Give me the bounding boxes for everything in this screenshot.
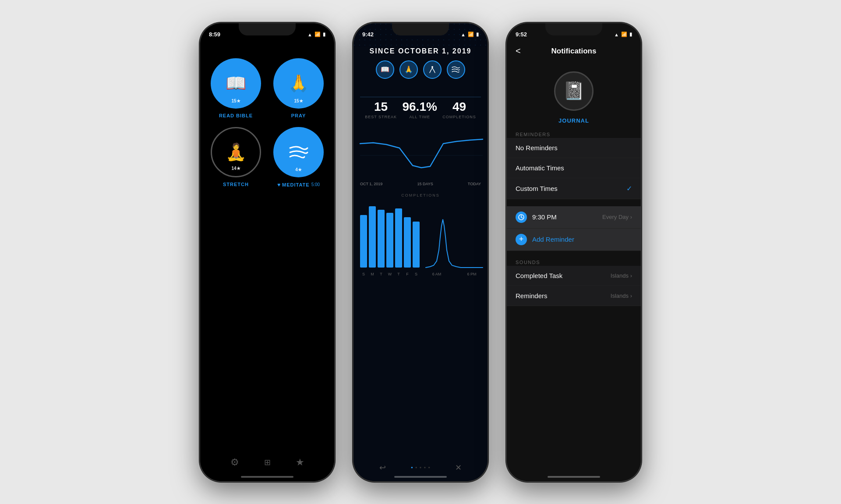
- settings-icon[interactable]: ⚙: [230, 457, 239, 468]
- time-value: 9:30 PM: [532, 213, 597, 221]
- time-entry-row[interactable]: 9:30 PM Every Day ›: [507, 206, 641, 229]
- favorites-icon[interactable]: ★: [296, 457, 304, 468]
- stats-header: SINCE OCTOBER 1, 2019 📖 🙏: [353, 47, 488, 79]
- wifi-icon-2: 📶: [468, 32, 474, 37]
- stretch-stars: 14★: [231, 166, 240, 171]
- journal-icon-container: 📓: [554, 71, 594, 111]
- reminders-sound-row[interactable]: Reminders Islands ›: [507, 286, 641, 306]
- svg-line-26: [521, 217, 523, 218]
- home-indicator-1: [241, 476, 293, 478]
- page-dots: ● ● ● ● ●: [411, 465, 430, 469]
- task-pray[interactable]: 🙏 15★ PRAY: [272, 58, 325, 118]
- no-reminders-label: No Reminders: [516, 144, 558, 152]
- completions-value: 49: [442, 100, 476, 114]
- notch-1: [239, 23, 296, 35]
- custom-times-row[interactable]: Custom Times ✓: [507, 178, 641, 199]
- reminders-sound-label: Reminders: [516, 292, 548, 300]
- sounds-list: Completed Task Islands › Reminders Islan…: [507, 266, 641, 306]
- stretch-label: STRETCH: [223, 182, 249, 187]
- stat-completions: 49 COMPLETIONS: [442, 100, 476, 119]
- home-indicator-3: [548, 476, 600, 478]
- svg-text:F: F: [406, 272, 409, 276]
- grid-icon[interactable]: ⊞: [264, 458, 271, 467]
- svg-rect-8: [360, 215, 367, 268]
- task-circle-pray: 🙏 15★: [273, 58, 324, 109]
- stat-icon-bible[interactable]: 📖: [376, 60, 394, 79]
- status-icons-2: ▲ 📶 ▮: [461, 32, 479, 37]
- journal-icon: 📓: [563, 81, 585, 101]
- back-button[interactable]: <: [516, 46, 521, 56]
- pray-stars: 15★: [294, 99, 303, 103]
- svg-text:M: M: [371, 272, 374, 276]
- label-mid: 15 DAYS: [417, 182, 433, 186]
- sounds-section: SOUNDS Completed Task Islands › Reminder…: [507, 260, 641, 306]
- time-1: 8:59: [209, 31, 220, 38]
- close-icon[interactable]: ✕: [455, 463, 462, 472]
- phone-3: 9:52 ▲ 📶 ▮ < Notifications 📓 JOURNAL R: [506, 22, 642, 482]
- svg-rect-14: [413, 222, 420, 268]
- svg-text:6 AM: 6 AM: [432, 272, 442, 276]
- svg-rect-12: [395, 208, 402, 268]
- custom-times-label: Custom Times: [516, 185, 558, 192]
- status-icons-3: ▲ 📶 ▮: [614, 32, 632, 37]
- stretch-icon: 🧘: [226, 142, 246, 162]
- svg-rect-13: [404, 217, 411, 268]
- bible-label: READ BIBLE: [219, 113, 253, 118]
- alltime-desc: ALL TIME: [402, 115, 437, 119]
- streak-desc: BEST STREAK: [365, 115, 397, 119]
- wind-icon: [288, 145, 310, 160]
- svg-text:S: S: [415, 272, 417, 276]
- phone-2: 9:42 ▲ 📶 ▮ SINCE OCTOBER 1, 2019 📖 🙏: [353, 22, 488, 482]
- add-reminder-row[interactable]: + Add Reminder: [507, 229, 641, 251]
- label-end: TODAY: [468, 182, 481, 186]
- stats-divider: [360, 97, 481, 97]
- svg-text:T: T: [397, 272, 400, 276]
- stat-alltime: 96.1% ALL TIME: [402, 100, 437, 119]
- time-3: 9:52: [516, 31, 527, 38]
- automatic-times-row[interactable]: Automatic Times: [507, 158, 641, 178]
- streak-value: 15: [365, 100, 397, 114]
- add-reminder-label: Add Reminder: [532, 236, 574, 243]
- since-date: SINCE OCTOBER 1, 2019: [353, 47, 488, 55]
- task-meditate[interactable]: 4★ ♥ MEDITATE 5:00: [272, 127, 325, 188]
- reminders-section: REMINDERS No Reminders Automatic Times C…: [507, 132, 641, 306]
- time-2: 9:42: [362, 31, 374, 38]
- completed-task-label: Completed Task: [516, 272, 562, 279]
- reminders-list: No Reminders Automatic Times Custom Time…: [507, 138, 641, 199]
- svg-rect-11: [386, 213, 393, 268]
- phone2-screen: 9:42 ▲ 📶 ▮ SINCE OCTOBER 1, 2019 📖 🙏: [353, 23, 488, 481]
- svg-rect-10: [378, 210, 385, 268]
- svg-text:T: T: [380, 272, 382, 276]
- stat-icon-stretch[interactable]: [423, 60, 442, 79]
- bottom-nav-2: ↩ ● ● ● ● ● ✕: [353, 463, 488, 472]
- svg-text:6 PM: 6 PM: [467, 272, 476, 276]
- bottom-bar-1: ⚙ ⊞ ★: [200, 457, 334, 468]
- stat-icon-pray[interactable]: 🙏: [399, 60, 418, 79]
- chart-labels: OCT 1, 2019 15 DAYS TODAY: [360, 182, 481, 186]
- notch-2: [392, 23, 449, 35]
- stat-icon-meditate[interactable]: [447, 60, 465, 79]
- home-indicator-2: [394, 476, 447, 478]
- task-stretch[interactable]: 🧘 14★ STRETCH: [209, 127, 263, 188]
- share-icon[interactable]: ↩: [379, 463, 386, 472]
- notifications-header: < Notifications: [507, 42, 641, 60]
- task-read-bible[interactable]: 📖 15★ READ BIBLE: [209, 58, 263, 118]
- wifi-icon-3: 📶: [621, 32, 627, 37]
- signal-icon: ▲: [307, 32, 312, 37]
- journal-label: JOURNAL: [507, 117, 641, 124]
- task-grid: 📖 15★ READ BIBLE 🙏 15★ PRAY 🧘: [209, 58, 325, 188]
- battery-icon: ▮: [323, 32, 325, 37]
- phone1-screen: 8:59 ▲ 📶 ▮ 📖 15★ READ BIBLE: [200, 23, 334, 481]
- no-reminders-row[interactable]: No Reminders: [507, 138, 641, 158]
- completed-task-row[interactable]: Completed Task Islands ›: [507, 266, 641, 286]
- pray-icon: 🙏: [288, 74, 309, 93]
- battery-icon-3: ▮: [629, 32, 632, 37]
- completions-section-label: COMPLETIONS: [353, 193, 488, 197]
- task-circle-bible: 📖 15★: [211, 58, 261, 109]
- svg-rect-9: [369, 206, 376, 268]
- signal-icon-3: ▲: [614, 32, 619, 37]
- clock-icon: [516, 211, 527, 223]
- svg-text:W: W: [388, 272, 392, 276]
- phone-1: 8:59 ▲ 📶 ▮ 📖 15★ READ BIBLE: [199, 22, 335, 482]
- automatic-times-label: Automatic Times: [516, 164, 564, 172]
